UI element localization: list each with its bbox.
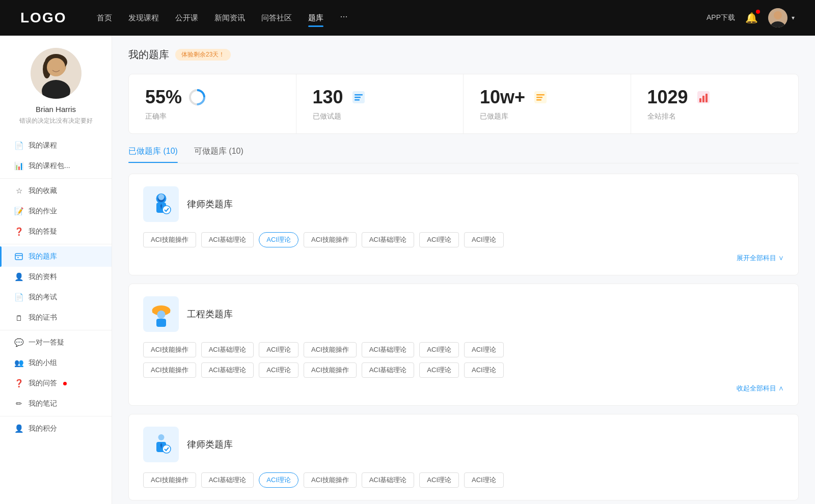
svg-point-1 <box>774 11 782 19</box>
tag[interactable]: ACI技能操作 <box>143 342 196 357</box>
sidebar-item-label: 我的答疑 <box>29 227 57 236</box>
tag[interactable]: ACI技能操作 <box>304 362 357 378</box>
stat-banks-value: 10w+ <box>480 87 525 108</box>
tag[interactable]: ACI技能操作 <box>143 472 196 488</box>
nav-home[interactable]: 首页 <box>97 11 112 25</box>
page-title: 我的题库 <box>128 48 169 62</box>
stat-accuracy-label: 正确率 <box>145 112 280 121</box>
sidebar-item-label: 我的课程包... <box>29 161 70 171</box>
tags-row-lawyer-1: ACI技能操作 ACI基础理论 ACI理论 ACI技能操作 ACI基础理论 AC… <box>143 232 784 247</box>
stat-rank-value: 1029 <box>647 87 688 108</box>
stat-done-label: 已做试题 <box>313 112 447 121</box>
stat-rank: 1029 全站排名 <box>631 74 799 133</box>
stat-rank-label: 全站排名 <box>647 112 782 121</box>
tag[interactable]: ACI技能操作 <box>143 232 196 247</box>
nav-qa[interactable]: 问答社区 <box>261 11 292 25</box>
user-avatar-button[interactable]: ▾ <box>768 8 795 27</box>
tag[interactable]: ACI基础理论 <box>201 472 254 488</box>
sidebar-item-label: 我的资料 <box>29 272 57 282</box>
tag[interactable]: ACI理论 <box>419 472 459 488</box>
divider <box>0 178 112 179</box>
sidebar-item-points[interactable]: 👤 我的积分 <box>0 418 112 439</box>
divider <box>0 330 112 330</box>
bank-title-engineer: 工程类题库 <box>187 308 233 320</box>
sidebar-item-exam[interactable]: 📄 我的考试 <box>0 287 112 307</box>
sidebar-item-package[interactable]: 📊 我的课程包... <box>0 156 112 176</box>
sidebar-item-questions[interactable]: ❓ 我的问答 <box>0 373 112 394</box>
svg-rect-22 <box>536 99 541 101</box>
user-avatar <box>31 48 82 99</box>
svg-rect-25 <box>702 96 704 102</box>
expand-link-lawyer-1[interactable]: 展开全部科目 ∨ <box>143 254 784 263</box>
tag[interactable]: ACI理论 <box>419 362 459 378</box>
svg-rect-17 <box>355 97 361 98</box>
tag[interactable]: ACI理论 <box>464 472 504 488</box>
tag[interactable]: ACI理论 <box>259 342 298 357</box>
exam-icon: 📄 <box>14 293 23 302</box>
tag-active[interactable]: ACI理论 <box>259 472 298 488</box>
sidebar-item-label: 我的积分 <box>29 424 57 433</box>
tag[interactable]: ACI理论 <box>259 362 298 378</box>
tag[interactable]: ACI技能操作 <box>304 232 357 247</box>
expand-link-engineer[interactable]: 收起全部科目 ∧ <box>143 384 784 393</box>
chevron-down-icon: ▾ <box>792 14 795 21</box>
list-yellow-icon <box>531 88 550 106</box>
sidebar-item-profile[interactable]: 👤 我的资料 <box>0 267 112 287</box>
tag[interactable]: ACI基础理论 <box>201 362 254 378</box>
sidebar-item-cert[interactable]: 🗒 我的证书 <box>0 307 112 328</box>
svg-point-8 <box>47 58 65 76</box>
tab-done[interactable]: 已做题库 (10) <box>128 146 178 163</box>
header-right: APP下载 🔔 ▾ <box>707 8 795 27</box>
tag[interactable]: ACI技能操作 <box>304 472 357 488</box>
tag[interactable]: ACI技能操作 <box>304 342 357 357</box>
nav-bank[interactable]: 题库 <box>308 11 323 25</box>
sidebar-item-homework[interactable]: 📝 我的作业 <box>0 201 112 221</box>
tag[interactable]: ACI技能操作 <box>143 362 196 378</box>
svg-rect-18 <box>355 99 360 101</box>
sidebar-item-oneone[interactable]: 💬 一对一答疑 <box>0 332 112 353</box>
tag[interactable]: ACI理论 <box>419 342 459 357</box>
question-badge <box>63 382 67 385</box>
svg-rect-36 <box>156 319 166 327</box>
svg-point-32 <box>162 206 171 214</box>
stat-done-questions: 130 已做试题 <box>296 74 464 133</box>
svg-point-37 <box>158 434 164 440</box>
nav-more[interactable]: ··· <box>340 11 347 25</box>
sidebar-item-group[interactable]: 👥 我的小组 <box>0 353 112 373</box>
sidebar-item-label: 我的考试 <box>29 293 57 302</box>
sidebar-item-favorites[interactable]: ☆ 我的收藏 <box>0 181 112 201</box>
sidebar-item-label: 我的问答 <box>29 379 57 388</box>
sidebar-item-qa[interactable]: ❓ 我的答疑 <box>0 221 112 242</box>
bank-title-lawyer-1: 律师类题库 <box>187 198 233 210</box>
tag[interactable]: ACI基础理论 <box>201 232 254 247</box>
tag[interactable]: ACI基础理论 <box>362 472 415 488</box>
package-icon: 📊 <box>14 161 23 171</box>
bank-card-lawyer-1: 律师类题库 ACI技能操作 ACI基础理论 ACI理论 ACI技能操作 ACI基… <box>128 174 799 275</box>
tag[interactable]: ACI基础理论 <box>362 362 415 378</box>
sidebar-item-course[interactable]: 📄 我的课程 <box>0 135 112 156</box>
sidebar-item-label: 我的题库 <box>29 252 57 261</box>
trial-badge: 体验剩余23天！ <box>175 49 231 61</box>
tag[interactable]: ACI理论 <box>464 342 504 357</box>
nav-discover[interactable]: 发现课程 <box>128 11 159 25</box>
svg-rect-9 <box>15 254 22 260</box>
user-motto: 错误的决定比没有决定要好 <box>11 117 101 125</box>
divider <box>0 416 112 416</box>
favorites-icon: ☆ <box>14 186 23 195</box>
notification-bell-icon[interactable]: 🔔 <box>745 12 758 24</box>
app-download-button[interactable]: APP下载 <box>707 13 735 22</box>
tag[interactable]: ACI理论 <box>464 362 504 378</box>
nav-news[interactable]: 新闻资讯 <box>214 11 245 25</box>
stat-banks-label: 已做题库 <box>480 112 614 121</box>
svg-rect-16 <box>355 94 363 96</box>
tag-active[interactable]: ACI理论 <box>259 232 298 247</box>
nav-open[interactable]: 公开课 <box>175 11 198 25</box>
tag[interactable]: ACI基础理论 <box>201 342 254 357</box>
tag[interactable]: ACI基础理论 <box>362 232 415 247</box>
sidebar-item-bank[interactable]: 我的题库 <box>0 246 112 267</box>
tag[interactable]: ACI理论 <box>464 232 504 247</box>
tag[interactable]: ACI理论 <box>419 232 459 247</box>
tab-available[interactable]: 可做题库 (10) <box>194 146 243 163</box>
sidebar-item-notes[interactable]: ✏ 我的笔记 <box>0 394 112 414</box>
tag[interactable]: ACI基础理论 <box>362 342 415 357</box>
